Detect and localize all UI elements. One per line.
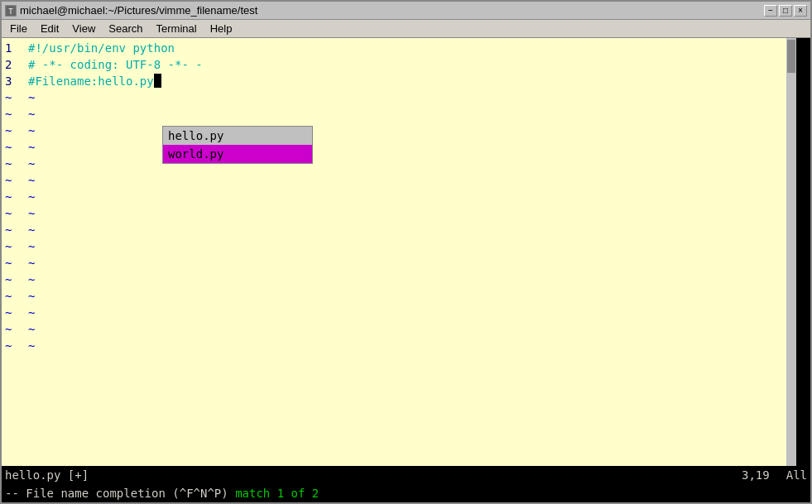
line-number: ~ [5, 189, 22, 205]
cursor-position: 3,19 [742, 468, 770, 482]
line-number: ~ [5, 305, 22, 321]
editor[interactable]: 1 2 3 ~ ~ ~ ~ ~ ~ ~ ~ ~ ~ ~ ~ ~ ~ ~ ~ [2, 38, 796, 466]
statusbar: hello.py [+]3,19All [2, 466, 810, 484]
tilde-line: ~ [28, 172, 786, 189]
line-number: ~ [5, 222, 22, 238]
tilde-line: ~ [28, 288, 786, 305]
restore-button[interactable]: □ [779, 5, 792, 17]
svg-text:T: T [8, 7, 13, 16]
tilde-line: ~ [28, 89, 786, 106]
tilde-line: ~ [28, 156, 786, 172]
tilde-line: ~ [28, 321, 786, 338]
tilde-line: ~ [28, 271, 786, 288]
statusbar-filename: hello.py [+] [5, 468, 742, 482]
message-bar: -- File name completion (^F^N^P) match 1… [2, 484, 810, 502]
line-number: ~ [5, 338, 22, 354]
tilde-line: ~ [28, 305, 786, 321]
line-number: ~ [5, 139, 22, 156]
menu-help[interactable]: Help [204, 21, 239, 36]
line-number: ~ [5, 122, 22, 139]
autocomplete-item-2[interactable]: world.py [163, 145, 312, 163]
line-number: ~ [5, 89, 22, 106]
line-number: ~ [5, 172, 22, 189]
menu-terminal[interactable]: Terminal [150, 21, 204, 36]
minimize-button[interactable]: − [764, 5, 777, 17]
code-area[interactable]: #!/usr/bin/env python # -*- coding: UTF-… [28, 38, 786, 466]
menubar: File Edit View Search Terminal Help [2, 20, 810, 38]
code-line-1: #!/usr/bin/env python [28, 40, 786, 56]
code-line-2: # -*- coding: UTF-8 -*- - [28, 56, 786, 73]
line-number: ~ [5, 288, 22, 305]
line-number: ~ [5, 238, 22, 255]
app-icon: T [5, 5, 17, 17]
tilde-line: ~ [28, 189, 786, 205]
autocomplete-popup[interactable]: hello.py world.py [162, 126, 313, 164]
titlebar-left: T michael@michael:~/Pictures/vimme_filen… [5, 4, 257, 17]
tilde-line: ~ [28, 238, 786, 255]
window-controls: − □ × [764, 5, 807, 17]
msg-prefix: -- File name completion (^F^N^P) [5, 487, 228, 500]
autocomplete-item-1[interactable]: hello.py [163, 127, 312, 145]
editor-container: 1 2 3 ~ ~ ~ ~ ~ ~ ~ ~ ~ ~ ~ ~ ~ ~ ~ ~ [2, 38, 810, 466]
scrollbar[interactable] [786, 38, 796, 466]
scroll-position: All [786, 468, 807, 482]
tilde-line: ~ [28, 338, 786, 354]
line-numbers: 1 2 3 ~ ~ ~ ~ ~ ~ ~ ~ ~ ~ ~ ~ ~ ~ ~ ~ [2, 38, 28, 466]
line-number: ~ [5, 156, 22, 172]
close-button[interactable]: × [794, 5, 807, 17]
line-number: ~ [5, 255, 22, 271]
line-number: ~ [5, 321, 22, 338]
tilde-line: ~ [28, 205, 786, 222]
titlebar: T michael@michael:~/Pictures/vimme_filen… [2, 2, 810, 20]
scrollbar-thumb[interactable] [787, 40, 795, 73]
menu-search[interactable]: Search [102, 21, 149, 36]
line-number: ~ [5, 106, 22, 122]
tilde-line: ~ [28, 122, 786, 139]
line-number: 3 [5, 73, 22, 89]
tilde-line: ~ [28, 139, 786, 156]
code-line-3: #Filename:hello.py [28, 73, 786, 89]
tilde-line: ~ [28, 106, 786, 122]
tilde-line: ~ [28, 222, 786, 238]
text-cursor [154, 74, 161, 88]
window-title: michael@michael:~/Pictures/vimme_filenam… [20, 4, 257, 17]
menu-view[interactable]: View [65, 21, 102, 36]
line-number: ~ [5, 205, 22, 222]
msg-match: match 1 of 2 [235, 487, 319, 500]
line-number: 1 [5, 40, 22, 56]
line-number: 2 [5, 56, 22, 73]
line-number: ~ [5, 271, 22, 288]
menu-edit[interactable]: Edit [34, 21, 65, 36]
tilde-line: ~ [28, 255, 786, 271]
menu-file[interactable]: File [3, 21, 34, 36]
